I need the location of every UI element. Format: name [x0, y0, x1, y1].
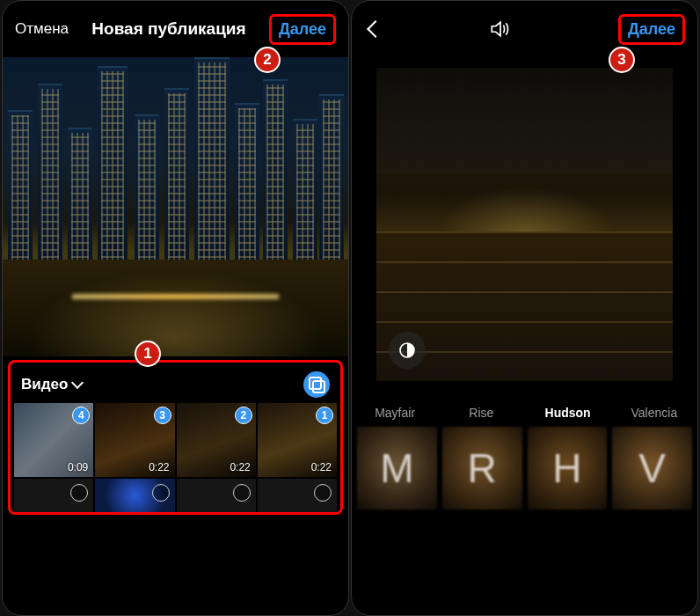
video-thumb[interactable] [177, 479, 256, 512]
multi-select-button[interactable] [303, 371, 330, 398]
filter-name[interactable]: Rise [438, 406, 524, 420]
unselected-ring-icon [233, 484, 251, 502]
filter-name[interactable]: Mayfair [352, 406, 438, 420]
filter-tile[interactable]: H [528, 427, 608, 510]
thumbnail-row-2 [14, 479, 337, 512]
video-thumb[interactable] [14, 479, 93, 512]
step-badge-3: 3 [609, 47, 635, 73]
video-thumb[interactable]: 4 0:09 [14, 403, 93, 477]
filter-letter: R [468, 444, 497, 492]
filter-letter: V [638, 444, 666, 492]
gallery-header: Видео [14, 366, 337, 403]
filter-letter: H [552, 444, 581, 492]
select-order-badge: 3 [154, 407, 171, 424]
preview-buildings-art [376, 68, 673, 173]
step-badge-2: 2 [254, 47, 281, 73]
gallery-panel: Видео 4 0:09 3 0:22 2 0:22 1 0:22 [8, 360, 343, 515]
cancel-button[interactable]: Отмена [15, 20, 69, 38]
next-button[interactable]: Далее [618, 14, 685, 45]
filter-tile[interactable]: R [442, 427, 522, 510]
gallery-label: Видео [21, 376, 68, 393]
unselected-ring-icon [70, 484, 88, 502]
filter-tile[interactable]: M [357, 427, 437, 510]
next-button[interactable]: Далее [269, 14, 336, 45]
thumbnail-row: 4 0:09 3 0:22 2 0:22 1 0:22 [14, 403, 337, 477]
filter-tiles: M R H V [352, 427, 697, 510]
video-thumb[interactable] [95, 479, 174, 512]
filter-screen: Далее 3 Mayfair Rise Hudson Valencia M R… [351, 0, 698, 616]
speaker-icon [488, 18, 511, 40]
select-order-badge: 4 [72, 407, 90, 424]
unselected-ring-icon [152, 484, 170, 502]
header-left: Отмена Новая публикация Далее [3, 1, 348, 57]
video-duration: 0:22 [311, 461, 332, 473]
step-badge-1: 1 [135, 341, 161, 367]
video-thumb[interactable]: 1 0:22 [258, 403, 337, 477]
header-right: Далее [352, 1, 697, 57]
contrast-icon [397, 340, 418, 361]
gallery-picker[interactable]: Видео [21, 376, 82, 393]
video-duration: 0:22 [230, 461, 250, 473]
filter-tile[interactable]: V [612, 427, 692, 510]
filter-names: Mayfair Rise Hudson Valencia [352, 406, 697, 420]
back-button[interactable] [367, 20, 384, 38]
media-preview[interactable] [3, 57, 348, 356]
select-order-badge: 2 [235, 407, 252, 424]
road-art [3, 260, 348, 356]
video-thumb[interactable] [258, 479, 337, 512]
filter-name[interactable]: Hudson [525, 406, 611, 420]
unselected-ring-icon [314, 484, 332, 502]
sound-toggle[interactable] [488, 18, 511, 40]
lux-button[interactable] [389, 332, 426, 369]
video-duration: 0:22 [149, 461, 169, 473]
chevron-down-icon [71, 377, 84, 389]
new-post-screen: Отмена Новая публикация Далее 2 1 Видео [2, 0, 349, 616]
select-order-badge: 1 [316, 407, 333, 424]
video-duration: 0:09 [68, 461, 88, 473]
filter-preview[interactable] [361, 68, 689, 381]
video-thumb[interactable]: 3 0:22 [95, 403, 174, 477]
filter-letter: M [380, 444, 413, 492]
page-title: Новая публикация [91, 19, 245, 39]
filter-strip: Mayfair Rise Hudson Valencia M R H V [352, 406, 697, 510]
filter-name[interactable]: Valencia [611, 406, 697, 420]
video-thumb[interactable]: 2 0:22 [177, 403, 256, 477]
